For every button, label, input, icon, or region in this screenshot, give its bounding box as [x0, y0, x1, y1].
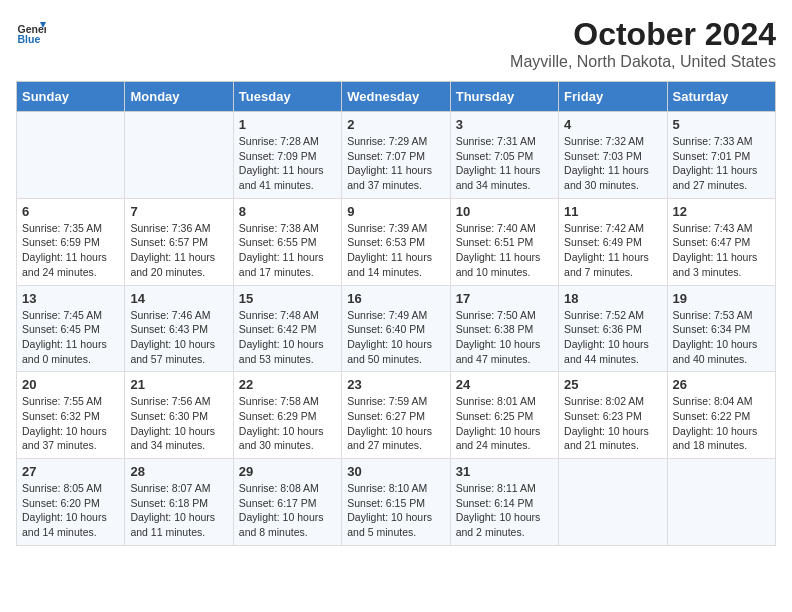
calendar-cell: 31Sunrise: 8:11 AM Sunset: 6:14 PM Dayli…	[450, 459, 558, 546]
calendar-week-row: 27Sunrise: 8:05 AM Sunset: 6:20 PM Dayli…	[17, 459, 776, 546]
day-number: 23	[347, 377, 444, 392]
day-info: Sunrise: 8:01 AM Sunset: 6:25 PM Dayligh…	[456, 394, 553, 453]
day-info: Sunrise: 7:29 AM Sunset: 7:07 PM Dayligh…	[347, 134, 444, 193]
day-info: Sunrise: 7:53 AM Sunset: 6:34 PM Dayligh…	[673, 308, 770, 367]
day-number: 26	[673, 377, 770, 392]
day-info: Sunrise: 7:39 AM Sunset: 6:53 PM Dayligh…	[347, 221, 444, 280]
day-info: Sunrise: 7:56 AM Sunset: 6:30 PM Dayligh…	[130, 394, 227, 453]
day-number: 21	[130, 377, 227, 392]
day-number: 31	[456, 464, 553, 479]
calendar-day-header: Saturday	[667, 82, 775, 112]
day-number: 24	[456, 377, 553, 392]
day-number: 8	[239, 204, 336, 219]
calendar-cell	[559, 459, 667, 546]
day-info: Sunrise: 7:31 AM Sunset: 7:05 PM Dayligh…	[456, 134, 553, 193]
title-block: October 2024 Mayville, North Dakota, Uni…	[510, 16, 776, 71]
calendar-cell: 3Sunrise: 7:31 AM Sunset: 7:05 PM Daylig…	[450, 112, 558, 199]
calendar-week-row: 6Sunrise: 7:35 AM Sunset: 6:59 PM Daylig…	[17, 198, 776, 285]
calendar-cell: 25Sunrise: 8:02 AM Sunset: 6:23 PM Dayli…	[559, 372, 667, 459]
day-number: 3	[456, 117, 553, 132]
calendar-header-row: SundayMondayTuesdayWednesdayThursdayFrid…	[17, 82, 776, 112]
logo: General Blue	[16, 16, 46, 46]
calendar-week-row: 1Sunrise: 7:28 AM Sunset: 7:09 PM Daylig…	[17, 112, 776, 199]
day-info: Sunrise: 7:42 AM Sunset: 6:49 PM Dayligh…	[564, 221, 661, 280]
day-info: Sunrise: 8:08 AM Sunset: 6:17 PM Dayligh…	[239, 481, 336, 540]
day-info: Sunrise: 8:07 AM Sunset: 6:18 PM Dayligh…	[130, 481, 227, 540]
day-info: Sunrise: 7:32 AM Sunset: 7:03 PM Dayligh…	[564, 134, 661, 193]
day-number: 15	[239, 291, 336, 306]
day-number: 20	[22, 377, 119, 392]
calendar-cell: 17Sunrise: 7:50 AM Sunset: 6:38 PM Dayli…	[450, 285, 558, 372]
calendar-day-header: Friday	[559, 82, 667, 112]
day-info: Sunrise: 7:40 AM Sunset: 6:51 PM Dayligh…	[456, 221, 553, 280]
day-number: 4	[564, 117, 661, 132]
day-info: Sunrise: 8:05 AM Sunset: 6:20 PM Dayligh…	[22, 481, 119, 540]
calendar-cell: 21Sunrise: 7:56 AM Sunset: 6:30 PM Dayli…	[125, 372, 233, 459]
calendar-cell: 2Sunrise: 7:29 AM Sunset: 7:07 PM Daylig…	[342, 112, 450, 199]
calendar-cell: 5Sunrise: 7:33 AM Sunset: 7:01 PM Daylig…	[667, 112, 775, 199]
calendar-cell: 14Sunrise: 7:46 AM Sunset: 6:43 PM Dayli…	[125, 285, 233, 372]
page-header: General Blue October 2024 Mayville, Nort…	[16, 16, 776, 71]
calendar-cell: 12Sunrise: 7:43 AM Sunset: 6:47 PM Dayli…	[667, 198, 775, 285]
day-info: Sunrise: 8:11 AM Sunset: 6:14 PM Dayligh…	[456, 481, 553, 540]
calendar-cell	[17, 112, 125, 199]
day-info: Sunrise: 7:59 AM Sunset: 6:27 PM Dayligh…	[347, 394, 444, 453]
day-info: Sunrise: 7:28 AM Sunset: 7:09 PM Dayligh…	[239, 134, 336, 193]
calendar-day-header: Thursday	[450, 82, 558, 112]
calendar-cell: 27Sunrise: 8:05 AM Sunset: 6:20 PM Dayli…	[17, 459, 125, 546]
day-number: 19	[673, 291, 770, 306]
day-number: 18	[564, 291, 661, 306]
day-info: Sunrise: 8:02 AM Sunset: 6:23 PM Dayligh…	[564, 394, 661, 453]
calendar-cell: 24Sunrise: 8:01 AM Sunset: 6:25 PM Dayli…	[450, 372, 558, 459]
calendar-cell: 9Sunrise: 7:39 AM Sunset: 6:53 PM Daylig…	[342, 198, 450, 285]
calendar-cell: 16Sunrise: 7:49 AM Sunset: 6:40 PM Dayli…	[342, 285, 450, 372]
day-info: Sunrise: 7:50 AM Sunset: 6:38 PM Dayligh…	[456, 308, 553, 367]
day-number: 2	[347, 117, 444, 132]
calendar-cell: 15Sunrise: 7:48 AM Sunset: 6:42 PM Dayli…	[233, 285, 341, 372]
calendar-cell: 22Sunrise: 7:58 AM Sunset: 6:29 PM Dayli…	[233, 372, 341, 459]
day-number: 29	[239, 464, 336, 479]
calendar-body: 1Sunrise: 7:28 AM Sunset: 7:09 PM Daylig…	[17, 112, 776, 546]
calendar-cell: 13Sunrise: 7:45 AM Sunset: 6:45 PM Dayli…	[17, 285, 125, 372]
day-number: 7	[130, 204, 227, 219]
day-info: Sunrise: 7:38 AM Sunset: 6:55 PM Dayligh…	[239, 221, 336, 280]
svg-text:Blue: Blue	[18, 33, 41, 45]
day-info: Sunrise: 7:52 AM Sunset: 6:36 PM Dayligh…	[564, 308, 661, 367]
day-number: 16	[347, 291, 444, 306]
day-number: 13	[22, 291, 119, 306]
calendar-cell: 20Sunrise: 7:55 AM Sunset: 6:32 PM Dayli…	[17, 372, 125, 459]
day-number: 11	[564, 204, 661, 219]
day-info: Sunrise: 7:43 AM Sunset: 6:47 PM Dayligh…	[673, 221, 770, 280]
calendar-day-header: Wednesday	[342, 82, 450, 112]
day-info: Sunrise: 7:35 AM Sunset: 6:59 PM Dayligh…	[22, 221, 119, 280]
day-info: Sunrise: 8:10 AM Sunset: 6:15 PM Dayligh…	[347, 481, 444, 540]
day-info: Sunrise: 8:04 AM Sunset: 6:22 PM Dayligh…	[673, 394, 770, 453]
day-number: 22	[239, 377, 336, 392]
calendar-cell: 6Sunrise: 7:35 AM Sunset: 6:59 PM Daylig…	[17, 198, 125, 285]
calendar-table: SundayMondayTuesdayWednesdayThursdayFrid…	[16, 81, 776, 546]
calendar-cell: 23Sunrise: 7:59 AM Sunset: 6:27 PM Dayli…	[342, 372, 450, 459]
day-number: 10	[456, 204, 553, 219]
calendar-cell: 28Sunrise: 8:07 AM Sunset: 6:18 PM Dayli…	[125, 459, 233, 546]
main-title: October 2024	[510, 16, 776, 53]
day-info: Sunrise: 7:58 AM Sunset: 6:29 PM Dayligh…	[239, 394, 336, 453]
day-number: 27	[22, 464, 119, 479]
calendar-cell: 4Sunrise: 7:32 AM Sunset: 7:03 PM Daylig…	[559, 112, 667, 199]
day-info: Sunrise: 7:49 AM Sunset: 6:40 PM Dayligh…	[347, 308, 444, 367]
day-number: 5	[673, 117, 770, 132]
day-number: 1	[239, 117, 336, 132]
day-number: 17	[456, 291, 553, 306]
calendar-cell: 29Sunrise: 8:08 AM Sunset: 6:17 PM Dayli…	[233, 459, 341, 546]
subtitle: Mayville, North Dakota, United States	[510, 53, 776, 71]
day-number: 12	[673, 204, 770, 219]
day-info: Sunrise: 7:36 AM Sunset: 6:57 PM Dayligh…	[130, 221, 227, 280]
day-number: 28	[130, 464, 227, 479]
calendar-cell: 11Sunrise: 7:42 AM Sunset: 6:49 PM Dayli…	[559, 198, 667, 285]
calendar-day-header: Tuesday	[233, 82, 341, 112]
day-info: Sunrise: 7:45 AM Sunset: 6:45 PM Dayligh…	[22, 308, 119, 367]
calendar-cell: 18Sunrise: 7:52 AM Sunset: 6:36 PM Dayli…	[559, 285, 667, 372]
day-info: Sunrise: 7:55 AM Sunset: 6:32 PM Dayligh…	[22, 394, 119, 453]
calendar-day-header: Monday	[125, 82, 233, 112]
day-number: 25	[564, 377, 661, 392]
calendar-week-row: 20Sunrise: 7:55 AM Sunset: 6:32 PM Dayli…	[17, 372, 776, 459]
